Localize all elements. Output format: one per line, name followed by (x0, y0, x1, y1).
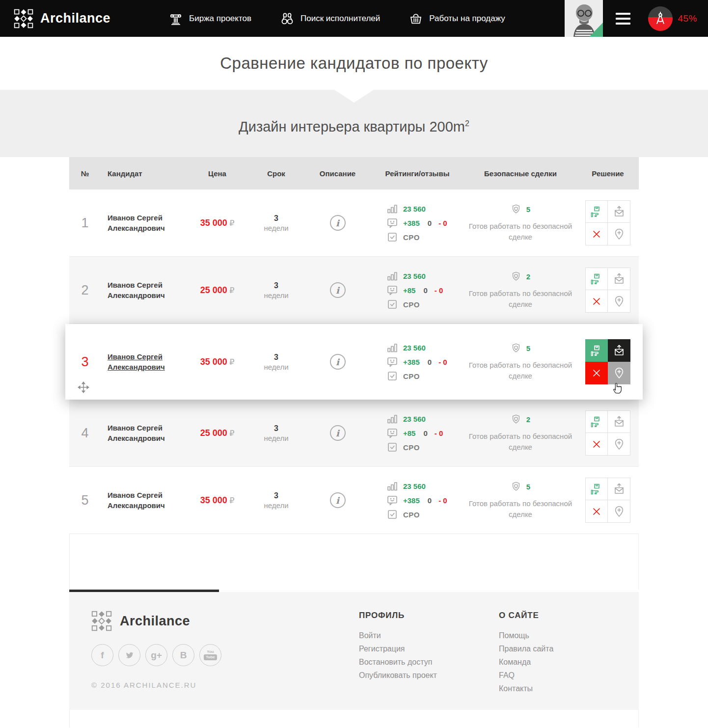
brand-logo-link[interactable]: Archilance (14, 9, 110, 28)
add-location-button[interactable] (608, 433, 630, 456)
description-info-icon[interactable]: i (330, 425, 346, 441)
add-location-button[interactable] (608, 290, 630, 313)
row-number: 5 (81, 493, 88, 508)
description-info-icon[interactable]: i (330, 354, 346, 370)
nav-item-projects-exchange[interactable]: Биржа проектов (168, 11, 251, 26)
youtube-text-bottom: Tube (204, 654, 217, 660)
reviews-neutral: 0 (423, 429, 427, 437)
safe-deals-block: 5 Готов работать по безопасной сделке (464, 203, 577, 243)
sro-line: СРО (371, 298, 464, 310)
feedback-bubble-icon (386, 356, 398, 368)
nav-item-find-performers[interactable]: Поиск исполнителей (280, 11, 380, 26)
reject-candidate-button[interactable] (585, 290, 608, 313)
term-unit: недели (248, 224, 304, 232)
copyright: © 2016 ARCHILANCE.RU (91, 681, 359, 689)
row-number: 4 (81, 426, 88, 440)
archilance-logo-icon (14, 9, 33, 28)
assign-project-button[interactable] (585, 339, 608, 362)
info-glyph: i (336, 357, 339, 367)
candidate-row: 5 Иванов Сергей Александрович 35 000 ₽ 3… (69, 467, 639, 534)
ratings-block: 23 560 +385 0 - 0 (371, 339, 464, 384)
footer-brand[interactable]: Archilance (91, 611, 359, 631)
send-message-button[interactable] (608, 200, 630, 223)
add-location-button[interactable] (608, 223, 630, 245)
candidate-name-link[interactable]: Иванов Сергей Александрович (108, 281, 165, 299)
footer-link-publish-project[interactable]: Опубликовать проект (359, 671, 499, 680)
menu-hamburger-icon[interactable] (616, 13, 630, 25)
reviews-neutral: 0 (428, 358, 432, 366)
google-plus-glyph: g+ (151, 650, 162, 661)
info-glyph: i (336, 218, 339, 228)
candidate-name-link[interactable]: Иванов Сергей Александрович (108, 214, 165, 232)
drafting-compass-icon (653, 11, 668, 26)
description-info-icon[interactable]: i (330, 492, 346, 508)
user-avatar[interactable] (565, 0, 603, 37)
shield-icon (511, 481, 521, 492)
reviews-rating-line: +385 0 - 0 (371, 217, 464, 229)
send-message-icon (613, 205, 626, 218)
add-location-button[interactable] (608, 500, 630, 523)
footer-link-contacts[interactable]: Контакты (499, 684, 553, 693)
assign-project-button[interactable] (585, 268, 608, 290)
candidate-row: 3 Иванов Сергей Александрович 35 000 ₽ 3… (65, 324, 643, 400)
footer-link-site-rules[interactable]: Правила сайта (499, 645, 553, 653)
description-info-icon[interactable]: i (330, 282, 346, 298)
project-area-superscript: 2 (465, 119, 469, 128)
send-message-button[interactable] (608, 339, 630, 362)
drag-row-handle[interactable] (77, 381, 90, 394)
reject-candidate-button[interactable] (585, 362, 608, 384)
reviews-positive: +385 (403, 496, 420, 505)
assign-project-button[interactable] (585, 200, 608, 223)
price-value: 35 000 (200, 495, 227, 505)
reviews-positive: +385 (403, 358, 420, 366)
footer-link-restore-access[interactable]: Востановить доступ (359, 658, 499, 667)
add-location-icon (613, 228, 626, 241)
assign-project-button[interactable] (585, 410, 608, 433)
add-location-icon (613, 438, 626, 451)
footer-column-profile: ПРОФИЛЬ Войти Регистрация Востановить до… (359, 611, 499, 698)
reviews-negative: - 0 (435, 286, 443, 295)
col-header-decision: Решение (577, 169, 639, 178)
footer-link-login[interactable]: Войти (359, 631, 499, 640)
footer-link-help[interactable]: Помощь (499, 631, 553, 640)
bottom-spacer (69, 534, 639, 590)
project-title: Дизайн интерьера квартиры 200m2 (239, 112, 469, 135)
description-info-icon[interactable]: i (330, 215, 346, 231)
main-nav: Биржа проектов Поиск исполнителей Работы… (168, 11, 505, 26)
assign-project-icon (590, 344, 603, 357)
add-location-icon (613, 367, 626, 379)
safe-deal-rating: 5 (526, 205, 530, 214)
reject-candidate-button[interactable] (585, 223, 608, 245)
nav-item-works-for-sale[interactable]: Работы на продажу (408, 11, 505, 26)
vk-icon[interactable]: В (172, 644, 194, 666)
send-message-icon (613, 483, 626, 495)
candidate-name-link[interactable]: Иванов Сергей Александрович (108, 352, 165, 371)
decision-block (577, 410, 639, 456)
candidate-name-link[interactable]: Иванов Сергей Александрович (108, 424, 165, 442)
sro-label: СРО (403, 443, 420, 452)
top-navbar: Archilance Биржа проектов По (0, 0, 708, 37)
ruble-sign: ₽ (229, 286, 234, 295)
add-location-button[interactable] (608, 362, 630, 384)
twitter-icon[interactable] (118, 644, 140, 666)
send-message-button[interactable] (608, 478, 630, 500)
youtube-icon[interactable]: You Tube (199, 644, 221, 666)
send-message-icon (613, 272, 626, 285)
sro-label: СРО (403, 233, 420, 242)
google-plus-icon[interactable]: g+ (145, 644, 167, 666)
footer-link-faq[interactable]: FAQ (499, 671, 553, 680)
candidate-name-link[interactable]: Иванов Сергей Александрович (108, 491, 165, 510)
views-rating-line: 23 560 (371, 342, 464, 353)
footer-link-register[interactable]: Регистрация (359, 645, 499, 653)
reject-candidate-button[interactable] (585, 500, 608, 523)
reject-candidate-button[interactable] (585, 433, 608, 456)
assign-project-button[interactable] (585, 478, 608, 500)
nav-label: Биржа проектов (189, 14, 251, 24)
footer-link-team[interactable]: Команда (499, 658, 553, 667)
send-message-button[interactable] (608, 268, 630, 290)
reviews-positive: +85 (403, 429, 415, 437)
facebook-icon[interactable]: f (91, 644, 113, 666)
send-message-button[interactable] (608, 410, 630, 433)
profile-completion-gauge[interactable] (648, 6, 673, 31)
column-icon (168, 11, 183, 26)
